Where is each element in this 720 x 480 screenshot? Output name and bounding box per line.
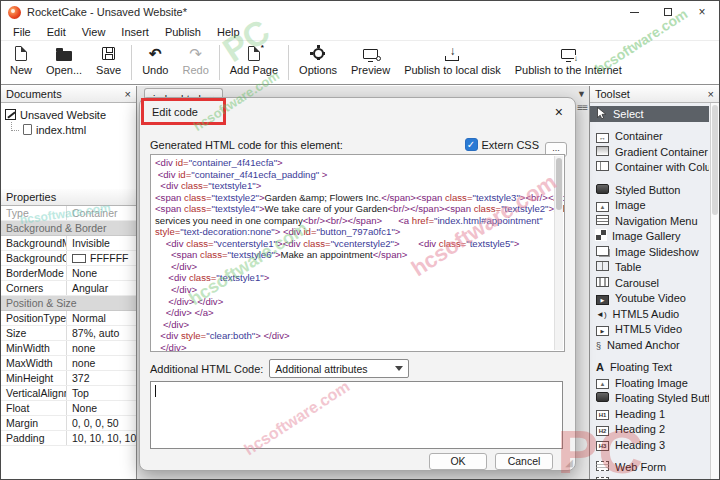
- toolset-item-heading-3[interactable]: H3Heading 3: [590, 437, 709, 453]
- additional-code-textarea[interactable]: [150, 381, 563, 449]
- redo-button[interactable]: ↷Redo: [175, 41, 215, 84]
- navmenu-icon: [596, 215, 609, 227]
- property-value[interactable]: Container: [67, 206, 136, 220]
- property-value[interactable]: Normal: [67, 311, 136, 325]
- property-value[interactable]: None: [67, 401, 136, 415]
- preview-button[interactable]: Preview: [344, 41, 397, 84]
- toolset-item-youtube-video[interactable]: ▶Youtube Video: [590, 291, 709, 307]
- toolset-item-web-form-button[interactable]: Web Form Button: [590, 475, 709, 479]
- publish-to-local-disk-button[interactable]: ↓Publish to local disk: [397, 41, 508, 84]
- menu-item-publish[interactable]: Publish: [157, 23, 209, 40]
- code-segment: "textstyle2": [212, 192, 259, 203]
- property-value[interactable]: none: [67, 356, 136, 370]
- toolset-item-select[interactable]: Select: [590, 106, 709, 122]
- property-value[interactable]: 0, 0, 0, 50: [67, 416, 136, 430]
- toolset-item-image-slideshow[interactable]: Image Slideshow: [590, 244, 709, 260]
- toolset-item-floating-image[interactable]: ▲Floating Image: [590, 375, 709, 391]
- code-segment: </div>: [163, 319, 189, 330]
- toolset-item-carousel[interactable]: Carousel: [590, 275, 709, 291]
- generated-code-label: Generated HTML code for this element:: [150, 139, 343, 151]
- toolbar-separator: [219, 45, 220, 80]
- toolset-item-html5-audio[interactable]: ◄)HTML5 Audio: [590, 306, 709, 322]
- attributes-dropdown[interactable]: Additional attributes: [269, 359, 409, 378]
- code-line: <div class="textstyle1">: [155, 272, 552, 284]
- open-button[interactable]: Open...: [39, 41, 89, 84]
- toolset-item-html5-video[interactable]: ▶HTML5 Video: [590, 322, 709, 338]
- toolset-item-named-anchor[interactable]: §Named Anchor: [590, 337, 709, 353]
- toolset-item-navigation-menu[interactable]: Navigation Menu: [590, 213, 709, 229]
- code-scrollbar[interactable]: [554, 156, 563, 350]
- h1-icon: H1: [596, 407, 609, 420]
- property-value[interactable]: Top: [67, 386, 136, 400]
- code-segment: [155, 238, 166, 249]
- property-value[interactable]: 87%, auto: [67, 326, 136, 340]
- save-button[interactable]: Save: [89, 41, 128, 84]
- menu-item-file[interactable]: File: [5, 23, 39, 40]
- extern-css-checkbox[interactable]: ✓: [465, 138, 478, 151]
- styledbtn-icon: [596, 184, 609, 196]
- maximize-icon: [664, 8, 672, 16]
- code-segment: class=: [200, 249, 227, 260]
- toolset-scrollbar-thumb[interactable]: [712, 105, 718, 215]
- add-page-button[interactable]: *Add Page: [223, 41, 285, 84]
- property-value[interactable]: None: [67, 266, 136, 280]
- extern-css-group: ✓ Extern CSS: [465, 138, 539, 151]
- toolset-item-label: Select: [613, 108, 644, 120]
- menu-item-help[interactable]: Help: [209, 23, 248, 40]
- undo-button[interactable]: ↶Undo: [135, 41, 175, 84]
- ok-button[interactable]: OK: [429, 453, 487, 470]
- code-segment: <div: [418, 238, 439, 249]
- code-line: </div>: [155, 342, 552, 352]
- toolset-scrollbar[interactable]: [710, 103, 719, 479]
- publish-to-the-internet-button[interactable]: ↓Publish to the Internet: [508, 41, 629, 84]
- property-value[interactable]: 10, 10, 10, 10: [67, 431, 136, 445]
- toolset-item-container-with-columns[interactable]: Container with Columns: [590, 160, 709, 176]
- toolset-item-table[interactable]: Table: [590, 260, 709, 276]
- tree-item-website[interactable]: Unsaved Website: [5, 107, 132, 122]
- toolset-item-container[interactable]: ↔Container: [590, 129, 709, 145]
- cancel-button[interactable]: Cancel: [495, 453, 553, 470]
- toolset-item-web-form[interactable]: Web Form: [590, 460, 709, 476]
- property-value[interactable]: FFFFFF: [67, 251, 136, 265]
- toolset-item-styled-button[interactable]: Styled Button: [590, 182, 709, 198]
- menu-item-view[interactable]: View: [74, 23, 114, 40]
- property-value[interactable]: none: [67, 341, 136, 355]
- property-value[interactable]: 372: [67, 371, 136, 385]
- toolset-close-icon[interactable]: ×: [708, 89, 714, 100]
- menu-item-insert[interactable]: Insert: [113, 23, 157, 40]
- toolset-item-label: Heading 1: [615, 408, 665, 420]
- minimize-button[interactable]: [617, 1, 651, 23]
- documents-close-icon[interactable]: ×: [125, 89, 131, 100]
- toolset-item-floating-styled-button[interactable]: Floating Styled Button: [590, 391, 709, 407]
- chevron-down-icon[interactable]: ▼: [577, 89, 586, 99]
- resize-grip[interactable]: ◢: [565, 458, 573, 468]
- toolset-item-heading-2[interactable]: H2Heading 2: [590, 422, 709, 438]
- options-button[interactable]: Options: [292, 41, 344, 84]
- code-segment: [155, 249, 171, 260]
- menu-item-edit[interactable]: Edit: [39, 23, 74, 40]
- dialog-close-icon[interactable]: ×: [555, 105, 563, 119]
- toolset-item-heading-1[interactable]: H1Heading 1: [590, 406, 709, 422]
- toolbar-button-label: Publish to the Internet: [515, 64, 622, 76]
- toolset-item-floating-text[interactable]: AFloating Text: [590, 360, 709, 376]
- property-value[interactable]: Angular: [67, 281, 136, 295]
- property-value[interactable]: Invisible: [67, 236, 136, 250]
- code-segment: class=: [303, 238, 330, 249]
- property-name: Margin: [1, 416, 67, 430]
- list-icon[interactable]: ≡≡: [577, 102, 587, 113]
- toolset-item-image[interactable]: ▲Image: [590, 198, 709, 214]
- code-line: </div>: [155, 261, 552, 273]
- new-button[interactable]: New: [3, 41, 39, 84]
- code-scrollbar-thumb[interactable]: [556, 158, 562, 210]
- toolset-item-image-gallery[interactable]: Image Gallery: [590, 229, 709, 245]
- property-row: Size87%, auto: [1, 326, 136, 341]
- toolset-item-gradient-container[interactable]: Gradient Container: [590, 144, 709, 160]
- code-segment: id=: [178, 169, 191, 180]
- close-button[interactable]: ×: [685, 1, 719, 23]
- tree-item-index[interactable]: index.html: [11, 122, 132, 137]
- toolset-item-label: Floating Image: [615, 377, 688, 389]
- code-segment: <span: [416, 192, 445, 203]
- rocketcake-logo-icon: [8, 6, 21, 19]
- maximize-button[interactable]: [651, 1, 685, 23]
- generated-code-box[interactable]: <div id="container_4f41ecfa"> <div id="c…: [150, 154, 565, 352]
